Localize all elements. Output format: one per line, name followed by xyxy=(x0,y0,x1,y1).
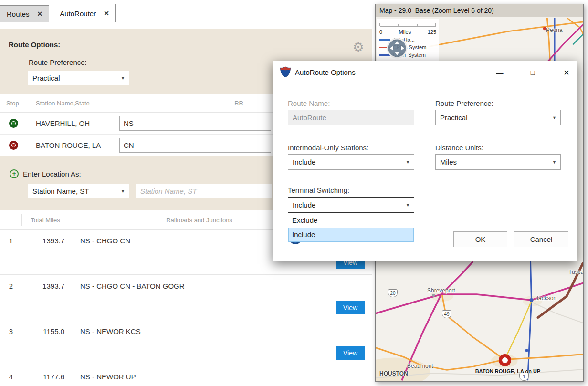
dropdown-option[interactable]: Exclude xyxy=(288,213,414,228)
pan-arrows-icon xyxy=(386,37,408,59)
stop-station-name: HAVERHILL, OH xyxy=(36,119,90,127)
add-stop-icon[interactable]: + xyxy=(10,169,19,178)
route-preference-dropdown[interactable]: Practical ▼ xyxy=(28,71,129,85)
route-railroads: NS - CHGO CN xyxy=(80,237,130,245)
location-mode-value: Station Name, ST xyxy=(32,187,89,195)
tab-label: AutoRouter xyxy=(60,10,96,18)
destination-marker-label: BATON ROUGE, LA on UP xyxy=(467,368,548,374)
station-column-header: Station Name,State xyxy=(36,100,90,107)
dialog-route-preference-value: Practical xyxy=(440,114,468,122)
highway-shield-49: 49 xyxy=(442,310,452,318)
route-name-label: Route Name: xyxy=(288,99,330,107)
city-label-shreveport: Shreveport xyxy=(427,287,455,294)
terminal-switching-options-list: Exclude Include xyxy=(288,213,414,242)
city-label-tuscaloosa: Tusca xyxy=(568,269,583,275)
scale-unit: Miles xyxy=(399,29,411,35)
route-result-row: 3 1155.0 NS - NEWOR KCS View xyxy=(0,320,372,365)
distance-units-label: Distance Units: xyxy=(435,144,483,152)
route-name-value: AutoRoute xyxy=(293,114,326,122)
route-result-row: 4 1177.6 NS - NEWOR UP View xyxy=(0,365,372,386)
intermodal-value: Include xyxy=(293,158,315,166)
cancel-button[interactable]: Cancel xyxy=(514,231,568,247)
route-number: 3 xyxy=(5,327,17,335)
station-name-input[interactable] xyxy=(136,184,272,198)
route-number: 1 xyxy=(5,237,17,245)
route-number: 2 xyxy=(5,282,17,290)
route-total-miles: 1177.6 xyxy=(21,373,64,381)
scale-end: 125 xyxy=(428,29,436,35)
chevron-down-icon: ▼ xyxy=(406,203,410,208)
dialog-route-preference-label: Route Preference: xyxy=(435,99,494,107)
chevron-down-icon: ▼ xyxy=(552,160,556,165)
tab-close-icon[interactable]: ✕ xyxy=(37,10,43,18)
tab[interactable]: AutoRouter ✕ xyxy=(53,4,116,22)
tab-label: Routes xyxy=(7,10,30,18)
destination-marker-icon[interactable] xyxy=(499,354,511,366)
tab-close-icon[interactable]: ✕ xyxy=(104,10,109,17)
route-number: 4 xyxy=(5,373,17,381)
total-miles-column-header: Total Miles xyxy=(21,217,69,224)
chevron-down-icon: ▼ xyxy=(121,189,125,194)
city-label-jackson: Jackson xyxy=(536,295,556,302)
ok-button[interactable]: OK xyxy=(453,231,507,247)
tab[interactable]: Routes ✕ xyxy=(0,5,49,22)
autoroute-options-dialog: AutoRoute Options — □ ✕ Route Name: Auto… xyxy=(273,61,578,261)
view-route-button[interactable]: View xyxy=(336,301,365,314)
view-route-button[interactable]: View xyxy=(336,346,365,360)
chevron-down-icon: ▼ xyxy=(552,115,556,120)
close-icon[interactable]: ✕ xyxy=(559,66,574,79)
route-preference-label: Route Preference: xyxy=(29,58,87,66)
column-divider xyxy=(29,97,29,109)
location-mode-dropdown[interactable]: Station Name, ST ▼ xyxy=(28,184,129,198)
route-total-miles: 1393.7 xyxy=(21,282,64,290)
tab-bar: Routes ✕ AutoRouter ✕ xyxy=(0,4,116,22)
terminal-switching-value: Include xyxy=(293,201,315,209)
intermodal-label: Intermodal-Only Stations: xyxy=(288,144,368,152)
minimize-button[interactable]: — xyxy=(493,66,507,79)
city-label-beaumont: Beaumont xyxy=(407,363,433,369)
route-total-miles: 1393.7 xyxy=(21,237,64,245)
stop-icon xyxy=(9,141,18,150)
scale-start: 0 xyxy=(379,29,382,35)
stop-railroad-input[interactable] xyxy=(119,116,271,131)
route-railroads: NS - CHGO CN - BATON GOGR xyxy=(80,282,185,290)
intermodal-dropdown[interactable]: Include ▼ xyxy=(288,154,414,170)
city-label-houston: HOUSTON xyxy=(379,370,408,377)
stop-column-header: Stop xyxy=(6,100,19,107)
route-result-row: 2 1393.7 NS - CHGO CN - BATON GOGR View xyxy=(0,275,372,320)
rr-column-header: RR xyxy=(115,100,243,107)
dialog-route-preference-dropdown[interactable]: Practical ▼ xyxy=(435,110,561,125)
terminal-switching-dropdown[interactable]: Include ▼ xyxy=(288,197,414,213)
map-title: Map - 29.0_Base (Zoom Level 6 of 20) xyxy=(379,7,494,14)
chevron-down-icon: ▼ xyxy=(121,76,125,81)
highway-shield-i20: 20 xyxy=(388,289,398,297)
scale-labels: 0 Miles 125 xyxy=(379,29,436,35)
route-railroads: NS - NEWOR KCS xyxy=(80,327,141,335)
distance-units-dropdown[interactable]: Miles ▼ xyxy=(435,154,561,170)
maximize-button[interactable]: □ xyxy=(525,66,540,79)
route-name-input: AutoRoute xyxy=(288,110,414,125)
enter-location-label: Enter Location As: xyxy=(23,170,81,178)
dialog-title: AutoRoute Options xyxy=(295,68,356,76)
stop-icon xyxy=(9,119,18,128)
app-shield-icon xyxy=(280,66,291,80)
route-total-miles: 1155.0 xyxy=(21,327,64,335)
stop-railroad-input[interactable] xyxy=(119,138,271,153)
map-pan-control[interactable] xyxy=(386,37,408,59)
terminal-switching-label: Terminal Switching: xyxy=(288,186,349,194)
route-railroads: NS - NEWOR UP xyxy=(80,373,136,381)
map-titlebar[interactable]: Map - 29.0_Base (Zoom Level 6 of 20) xyxy=(376,4,583,17)
dropdown-option[interactable]: Include xyxy=(288,228,414,242)
chevron-down-icon: ▼ xyxy=(406,160,410,165)
route-options-title: Route Options: xyxy=(9,41,60,49)
stop-station-name: BATON ROUGE, LA xyxy=(36,141,101,149)
gear-icon[interactable]: ⚙ xyxy=(353,41,364,54)
scale-ruler xyxy=(379,22,436,27)
route-preference-value: Practical xyxy=(32,74,60,82)
distance-units-value: Miles xyxy=(440,158,457,166)
city-label-peoria: Peoria xyxy=(546,27,563,33)
